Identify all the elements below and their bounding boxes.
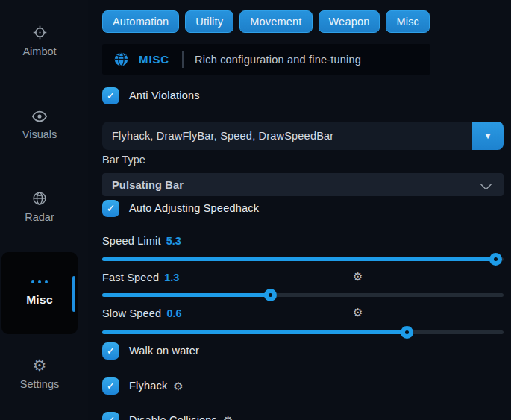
gear-icon[interactable]: ⚙	[173, 380, 183, 392]
gear-icon[interactable]: ⚙	[223, 415, 233, 420]
slider-thumb[interactable]	[489, 253, 502, 266]
check-icon: ✓	[107, 415, 116, 420]
walk-on-water-toggle[interactable]: ✓ Walk on water	[102, 342, 504, 360]
slider-thumb-hole	[405, 330, 409, 334]
disable-collisions-toggle[interactable]: ✓ Disable Collisions ⚙	[102, 411, 504, 420]
slider-thumb[interactable]	[264, 289, 277, 301]
slider-label: Speed Limit	[102, 235, 161, 247]
ellipsis-icon	[31, 280, 48, 283]
feature-multiselect[interactable]: Flyhack, DrawFlyBar, Speed, DrawSpeedBar…	[102, 122, 504, 150]
checkbox-label: Disable Collisions	[129, 414, 217, 420]
checkbox-label: Walk on water	[129, 345, 199, 357]
slider-thumb[interactable]	[401, 326, 413, 339]
slider-value: 0.6	[166, 307, 181, 319]
sidebar-item-settings[interactable]: ⚙ Settings	[0, 358, 79, 390]
multiselect-value: Flyhack, DrawFlyBar, Speed, DrawSpeedBar	[102, 130, 333, 142]
dropdown-arrow-icon: ▼	[483, 131, 492, 140]
slider-label: Slow Speed	[102, 307, 161, 319]
sidebar-item-label: Settings	[20, 378, 59, 390]
speed-limit-header: Speed Limit 5.3	[102, 233, 504, 248]
sidebar-item-visuals[interactable]: Visuals	[0, 110, 79, 140]
main-panel: Automation Utility Movement Weapon Misc …	[102, 0, 504, 420]
section-header: MISC Rich configuration and fine-tuning	[102, 44, 430, 75]
sidebar-item-label: Radar	[25, 211, 54, 223]
slider-value: 1.3	[164, 272, 179, 283]
dropdown-open-button[interactable]: ▼	[472, 122, 504, 150]
check-icon: ✓	[107, 90, 116, 101]
sidebar-item-label: Misc	[26, 293, 53, 307]
select-value: Pulsating Bar	[102, 179, 184, 191]
crosshair-icon	[32, 25, 48, 40]
slow-speed-slider[interactable]	[102, 330, 504, 334]
speed-limit-slider[interactable]	[102, 257, 504, 261]
tab-movement[interactable]: Movement	[239, 10, 312, 33]
checkbox-checked[interactable]: ✓	[102, 200, 119, 217]
fast-speed-slider[interactable]	[102, 293, 504, 297]
section-subtitle: Rich configuration and fine-tuning	[195, 54, 361, 66]
slider-label: Fast Speed	[102, 272, 159, 283]
sidebar-item-aimbot[interactable]: Aimbot	[0, 25, 79, 57]
sidebar-item-label: Visuals	[22, 128, 57, 140]
checkbox-checked[interactable]: ✓	[102, 342, 119, 360]
flyhack-toggle[interactable]: ✓ Flyhack ⚙	[102, 377, 504, 395]
checkbox-label: Anti Violations	[129, 90, 200, 101]
sidebar: Aimbot Visuals Radar Misc ⚙ Settings	[0, 0, 88, 420]
sidebar-item-misc-active[interactable]: Misc	[1, 252, 78, 334]
gear-icon: ⚙	[33, 358, 47, 373]
check-icon: ✓	[107, 345, 116, 356]
slider-fill	[102, 330, 407, 334]
tab-utility[interactable]: Utility	[185, 10, 233, 33]
bar-type-label: Bar Type	[102, 154, 504, 167]
tab-weapon[interactable]: Weapon	[319, 10, 380, 33]
sidebar-item-label: Aimbot	[22, 46, 56, 57]
fast-speed-header: Fast Speed 1.3 ⚙	[102, 270, 504, 284]
gear-icon[interactable]: ⚙	[353, 307, 363, 318]
slider-fill	[102, 257, 495, 261]
check-icon: ✓	[107, 203, 116, 213]
gear-icon[interactable]: ⚙	[353, 271, 363, 282]
check-icon: ✓	[107, 380, 116, 391]
slider-fill	[102, 293, 271, 297]
globe-icon	[113, 51, 129, 67]
checkbox-checked[interactable]: ✓	[102, 377, 119, 395]
auto-adjusting-speedhack-toggle[interactable]: ✓ Auto Adjusting Speedhack	[102, 199, 504, 217]
tab-misc[interactable]: Misc	[386, 10, 430, 33]
slider-thumb-hole	[269, 293, 272, 297]
bar-type-select[interactable]: Pulsating Bar	[102, 173, 504, 196]
slider-value: 5.3	[166, 235, 181, 247]
slider-thumb-hole	[494, 257, 498, 261]
checkbox-checked[interactable]: ✓	[102, 412, 119, 420]
checkbox-label: Flyhack	[129, 380, 167, 392]
sidebar-item-radar[interactable]: Radar	[0, 191, 79, 223]
slow-speed-header: Slow Speed 0.6 ⚙	[102, 306, 504, 320]
tab-bar: Automation Utility Movement Weapon Misc	[102, 10, 504, 33]
section-title: MISC	[139, 53, 169, 66]
tab-automation[interactable]: Automation	[102, 10, 179, 33]
chevron-down-icon	[480, 179, 492, 191]
active-indicator-bar	[72, 276, 75, 312]
globe-icon	[32, 191, 47, 206]
divider	[182, 51, 184, 68]
anti-violations-toggle[interactable]: ✓ Anti Violations	[102, 87, 504, 104]
eye-icon	[31, 110, 48, 123]
checkbox-label: Auto Adjusting Speedhack	[129, 202, 259, 214]
checkbox-checked[interactable]: ✓	[102, 87, 119, 104]
